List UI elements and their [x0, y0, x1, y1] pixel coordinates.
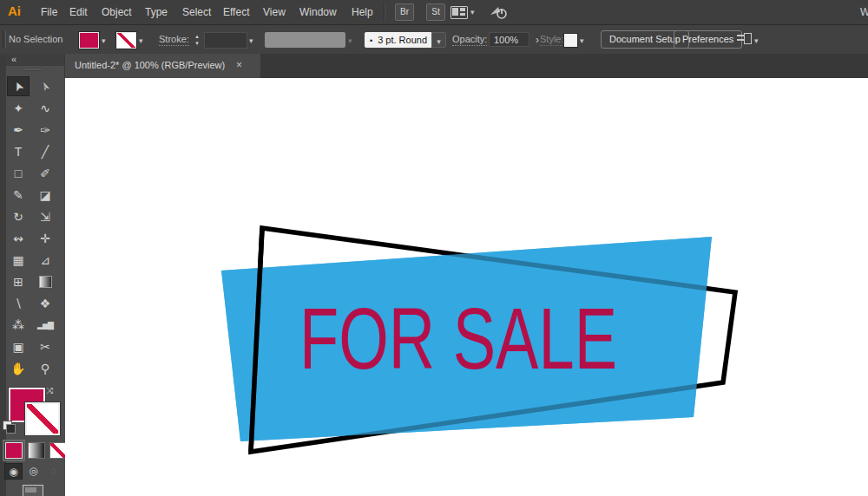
stroke-color-swatch[interactable] — [116, 32, 136, 49]
stock-button[interactable]: St — [426, 3, 445, 21]
bridge-button[interactable]: Br — [395, 3, 414, 21]
width-profile-chevron-icon: ▾ — [348, 36, 352, 45]
direct-selection-tool-icon: ➢ — [36, 79, 53, 94]
document-tab[interactable]: Untitled-2* @ 100% (RGB/Preview) × — [65, 54, 260, 78]
eraser-tool-icon: ◪ — [39, 188, 50, 202]
shaper-tool-icon: ✎ — [13, 188, 23, 202]
shape-builder-tool-icon: ▦ — [12, 253, 23, 267]
menu-object[interactable]: Object — [102, 6, 132, 18]
fill-chevron-icon[interactable]: ▾ — [102, 36, 106, 45]
opacity-field[interactable]: 100% — [489, 32, 529, 47]
color-mode-none[interactable] — [49, 442, 67, 459]
collapse-panel-button[interactable]: « — [0, 54, 64, 66]
style-swatch[interactable] — [563, 33, 578, 48]
eraser-tool[interactable]: ◪ — [34, 185, 56, 205]
align-options-icon[interactable] — [737, 33, 751, 45]
align-chevron-icon[interactable]: ▾ — [754, 36, 759, 45]
stroke-width-stepper[interactable]: ▴▾ — [193, 31, 201, 49]
menu-view[interactable]: View — [263, 6, 286, 18]
paintbrush-tool[interactable]: ✐ — [34, 163, 56, 183]
shape-builder-tool[interactable]: ▦ — [7, 250, 30, 270]
stroke-width-field[interactable] — [204, 32, 247, 49]
stroke-chevron-icon[interactable]: ▾ — [139, 36, 143, 45]
opacity-label[interactable]: Opacity: — [452, 34, 487, 46]
type-tool[interactable]: T — [7, 141, 30, 161]
blend-tool[interactable]: ❖ — [34, 293, 56, 313]
width-tool[interactable]: ↭ — [7, 228, 30, 248]
type-tool-icon: T — [15, 145, 23, 159]
panel-grip — [24, 69, 42, 71]
curvature-tool-icon: ✑ — [40, 123, 50, 137]
menu-select[interactable]: Select — [182, 6, 211, 18]
slice-tool-icon: ✂ — [40, 340, 50, 354]
fill-color-swatch[interactable] — [79, 32, 99, 49]
direct-selection-tool[interactable]: ➢ — [34, 76, 56, 96]
menu-type[interactable]: Type — [145, 6, 168, 18]
color-mode-color[interactable] — [5, 442, 23, 459]
zoom-tool[interactable]: ⚲ — [34, 358, 56, 378]
selection-tool[interactable]: ➤ — [7, 76, 30, 96]
free-transform-tool[interactable]: ✛ — [34, 228, 56, 248]
menu-separator — [384, 3, 385, 21]
clipped-workspace-label: W — [860, 6, 868, 18]
gpu-performance-icon[interactable] — [489, 3, 510, 21]
draw-behind-button[interactable]: ◎ — [24, 463, 43, 480]
slice-tool[interactable]: ✂ — [34, 336, 56, 356]
selection-status: No Selection — [9, 34, 62, 44]
style-label: Style: — [540, 34, 564, 46]
shaper-tool[interactable]: ✎ — [7, 185, 30, 205]
workspace-chevron-icon[interactable]: ▾ — [470, 8, 475, 16]
pen-tool[interactable]: ✒ — [7, 120, 30, 140]
rotate-tool[interactable]: ↻ — [7, 206, 30, 226]
document-tab-strip: « Untitled-2* @ 100% (RGB/Preview) × — [0, 54, 868, 78]
workspace-layout-icon[interactable] — [450, 6, 468, 19]
line-segment-tool-icon: ╱ — [42, 145, 49, 159]
lasso-tool[interactable]: ∿ — [34, 98, 56, 118]
brush-definition-dropdown[interactable]: •3 pt. Round — [365, 32, 431, 48]
gradient-tool[interactable] — [34, 271, 56, 291]
lasso-tool-icon: ∿ — [40, 101, 50, 115]
column-graph-tool[interactable]: ▂▅▇ — [34, 315, 56, 335]
symbol-sprayer-tool-icon: ⁂ — [12, 318, 24, 332]
scale-tool[interactable]: ⇲ — [34, 206, 56, 226]
perspective-grid-tool[interactable]: ⊿ — [34, 250, 56, 270]
paintbrush-tool-icon: ✐ — [40, 166, 50, 180]
magic-wand-tool[interactable]: ✦ — [7, 98, 30, 118]
hand-tool[interactable]: ✋ — [7, 358, 30, 378]
color-mode-gradient[interactable] — [28, 442, 45, 459]
column-graph-tool-icon: ▂▅▇ — [37, 321, 53, 330]
blend-tool-icon: ❖ — [40, 297, 51, 310]
stroke-width-chevron-icon[interactable]: ▾ — [249, 36, 253, 45]
selection-tool-icon: ➤ — [10, 79, 26, 94]
brush-chevron-button[interactable]: ▾ — [431, 32, 446, 48]
illustrator-logo: Ai — [8, 3, 21, 18]
free-transform-tool-icon: ✛ — [40, 232, 50, 245]
draw-inside-button[interactable]: ◌ — [44, 463, 62, 480]
width-profile-dropdown[interactable] — [265, 32, 345, 48]
brush-preview-dot: • — [370, 36, 372, 45]
stroke-indicator[interactable] — [25, 402, 60, 435]
preferences-button[interactable]: Preferences — [674, 30, 742, 49]
banner-text[interactable]: FOR SALE — [299, 290, 617, 387]
line-segment-tool[interactable]: ╱ — [34, 141, 56, 161]
symbol-sprayer-tool[interactable]: ⁂ — [7, 315, 30, 335]
artboard-canvas[interactable]: FOR SALE — [65, 78, 868, 496]
menu-file[interactable]: File — [41, 6, 57, 18]
swap-fill-stroke-icon[interactable]: ⤨ — [46, 386, 53, 396]
mesh-tool[interactable]: ⊞ — [7, 271, 30, 291]
menu-effect[interactable]: Effect — [223, 6, 249, 18]
draw-normal-button[interactable]: ◉ — [4, 463, 23, 480]
curvature-tool[interactable]: ✑ — [34, 120, 56, 140]
rectangle-tool[interactable]: □ — [7, 163, 30, 183]
stroke-label[interactable]: Stroke: — [159, 34, 189, 46]
menu-edit[interactable]: Edit — [69, 6, 88, 18]
tab-close-icon[interactable]: × — [236, 59, 242, 71]
eyedropper-tool[interactable]: ∖ — [7, 293, 30, 313]
menu-help[interactable]: Help — [352, 6, 373, 18]
menu-window[interactable]: Window — [299, 6, 337, 18]
style-chevron-icon[interactable]: ▾ — [580, 36, 584, 45]
screen-mode-button[interactable] — [23, 485, 43, 496]
hand-tool-icon: ✋ — [10, 362, 25, 375]
default-fill-stroke-icon[interactable] — [3, 421, 12, 430]
artboard-tool[interactable]: ▣ — [7, 336, 30, 356]
